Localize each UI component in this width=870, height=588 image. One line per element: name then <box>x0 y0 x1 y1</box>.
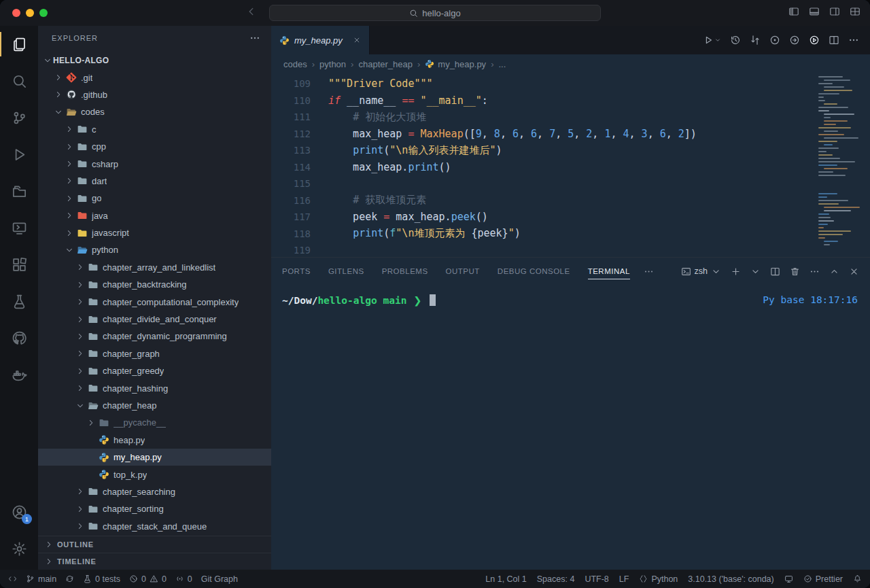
code-editor[interactable]: 109"""Driver Code"""110if __name__ == "_… <box>271 73 870 257</box>
history-back-button[interactable] <box>246 6 257 20</box>
activity-search[interactable] <box>0 63 38 99</box>
line-number[interactable]: 115 <box>271 178 311 189</box>
activity-docker[interactable] <box>0 356 38 393</box>
tree-item-heap-py[interactable]: heap.py <box>38 432 271 449</box>
panel-tab-terminal[interactable]: TERMINAL <box>588 258 630 285</box>
tab-my-heap-py[interactable]: my_heap.py <box>271 26 370 54</box>
tree-item-chapter-heap[interactable]: chapter_heap <box>38 397 271 414</box>
split-editor-button[interactable] <box>829 35 839 46</box>
line-number[interactable]: 109 <box>271 78 311 89</box>
breadcrumb-item-chapter-heap[interactable]: chapter_heap <box>358 59 413 69</box>
tree-item-chapter-divide-and-conquer[interactable]: chapter_divide_and_conquer <box>38 311 271 328</box>
activity-manage-settings[interactable] <box>0 530 38 567</box>
activity-accounts[interactable]: 1 <box>0 494 38 530</box>
tree-item-git[interactable]: .git <box>38 69 271 86</box>
tree-item-javascript[interactable]: javascript <box>38 224 271 241</box>
panel-tab-debug-console[interactable]: DEBUG CONSOLE <box>498 258 570 285</box>
remote-indicator[interactable] <box>8 574 17 583</box>
activity-run-and-debug[interactable] <box>0 136 38 173</box>
git-graph[interactable]: Git Graph <box>201 574 238 584</box>
line-number[interactable]: 114 <box>271 162 311 173</box>
tree-item-my-heap-py[interactable]: my_heap.py <box>38 449 271 466</box>
code-line[interactable]: 111 # 初始化大顶堆 <box>271 109 870 126</box>
new-terminal-button[interactable] <box>731 266 741 277</box>
git-sync[interactable] <box>65 574 74 583</box>
close-tab-icon[interactable] <box>353 36 361 44</box>
git-branch[interactable]: main <box>26 574 56 584</box>
code-line[interactable]: 118 print(f"\n堆顶元素为 {peek}") <box>271 226 870 243</box>
more-actions-button[interactable] <box>848 35 859 46</box>
code-line[interactable]: 116 # 获取堆顶元素 <box>271 192 870 209</box>
toggle-primary-sidebar-button[interactable] <box>788 6 799 20</box>
tree-item-pycache[interactable]: __pycache__ <box>38 414 271 431</box>
toggle-secondary-sidebar-button[interactable] <box>829 6 840 20</box>
command-center-search[interactable]: hello-algo <box>269 5 601 21</box>
panel-tab-gitlens[interactable]: GITLENS <box>328 258 364 285</box>
activity-github[interactable] <box>0 319 38 356</box>
activity-testing[interactable] <box>0 283 38 319</box>
tree-item-go[interactable]: go <box>38 190 271 207</box>
terminal-profile-button[interactable]: zsh <box>681 266 721 277</box>
breadcrumb-item-python[interactable]: python <box>319 59 346 69</box>
activity-extensions[interactable] <box>0 246 38 283</box>
tree-item-chapter-backtracking[interactable]: chapter_backtracking <box>38 276 271 293</box>
code-line[interactable]: 114 max_heap.print() <box>271 159 870 176</box>
tree-item-c[interactable]: c <box>38 121 271 138</box>
notifications-bell[interactable] <box>853 574 862 583</box>
line-number[interactable]: 113 <box>271 145 311 156</box>
code-line[interactable]: 109"""Driver Code""" <box>271 75 870 92</box>
activity-remote-explorer[interactable] <box>0 209 38 246</box>
line-number[interactable]: 111 <box>271 111 311 122</box>
minimap[interactable] <box>818 76 862 247</box>
tree-item-github[interactable]: .github <box>38 86 271 103</box>
ports-status[interactable]: 0 <box>175 574 192 584</box>
tree-item-chapter-searching[interactable]: chapter_searching <box>38 483 271 500</box>
close-panel-button[interactable] <box>849 266 859 277</box>
zoom-window-button[interactable] <box>39 9 48 17</box>
code-line[interactable]: 110if __name__ == "__main__": <box>271 92 870 109</box>
kill-terminal-button[interactable] <box>790 266 800 277</box>
terminal[interactable]: ~/Dow/hello-algo main❯ Py base 18:17:16 <box>271 285 870 570</box>
panel-tab-output[interactable]: OUTPUT <box>446 258 480 285</box>
tests-status[interactable]: 0 tests <box>83 574 120 584</box>
line-number[interactable]: 119 <box>271 245 311 256</box>
open-changes-button[interactable] <box>750 35 761 46</box>
tree-item-top-k-py[interactable]: top_k.py <box>38 466 271 483</box>
tree-item-chapter-hashing[interactable]: chapter_hashing <box>38 379 271 396</box>
cursor-position[interactable]: Ln 1, Col 1 <box>485 574 526 584</box>
line-number[interactable]: 110 <box>271 95 311 106</box>
gitlens-annotate-button[interactable] <box>769 35 780 46</box>
line-number[interactable]: 118 <box>271 228 311 239</box>
explorer-more-actions-icon[interactable] <box>249 33 260 44</box>
panel-tab-problems[interactable]: PROBLEMS <box>382 258 428 285</box>
run-python-file-button[interactable] <box>703 35 721 46</box>
terminal-more-actions-button[interactable] <box>810 266 820 277</box>
file-history-button[interactable] <box>730 35 741 46</box>
tree-item-dart[interactable]: dart <box>38 173 271 190</box>
python-interpreter[interactable]: 3.10.13 ('base': conda) <box>688 574 773 584</box>
code-line[interactable]: 115 <box>271 175 870 192</box>
minimize-window-button[interactable] <box>26 9 34 17</box>
indentation[interactable]: Spaces: 4 <box>537 574 575 584</box>
encoding[interactable]: UTF-8 <box>585 574 608 584</box>
panel-tab-ports[interactable]: PORTS <box>282 258 311 285</box>
breadcrumb-item-codes[interactable]: codes <box>283 59 307 69</box>
run-or-debug-button[interactable] <box>809 35 820 46</box>
panel-tabs-more-icon[interactable] <box>644 266 654 277</box>
activity-source-control[interactable] <box>0 99 38 136</box>
split-terminal-button[interactable] <box>770 266 780 277</box>
close-window-button[interactable] <box>12 9 20 17</box>
gitlens-graph-button[interactable] <box>789 35 800 46</box>
code-line[interactable]: 117 peek = max_heap.peek() <box>271 209 870 226</box>
tree-item-codes[interactable]: codes <box>38 103 271 120</box>
tree-item-csharp[interactable]: csharp <box>38 155 271 172</box>
timeline-section[interactable]: TIMELINE <box>38 553 271 570</box>
eol-selector[interactable]: LF <box>619 574 629 584</box>
maximize-panel-button[interactable] <box>829 266 839 277</box>
tree-item-chapter-sorting[interactable]: chapter_sorting <box>38 500 271 517</box>
code-line[interactable]: 113 print("\n输入列表并建堆后") <box>271 142 870 159</box>
tree-item-chapter-dynamic-programming[interactable]: chapter_dynamic_programming <box>38 328 271 345</box>
tree-item-hello-algo[interactable]: HELLO-ALGO <box>38 52 271 69</box>
code-line[interactable]: 119 <box>271 242 870 257</box>
tree-item-chapter-stack-and-queue[interactable]: chapter_stack_and_queue <box>38 518 271 535</box>
